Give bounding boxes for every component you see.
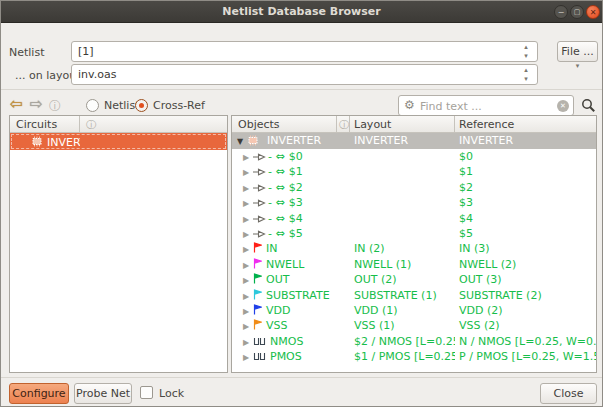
circuit-row-inverter[interactable]: INVERTER [10, 133, 227, 150]
minimize-button[interactable]: − [554, 5, 568, 19]
info-column-icon[interactable]: ⓘ [337, 116, 350, 132]
layout-cell [350, 211, 455, 226]
expand-icon[interactable]: ▶ [243, 196, 253, 210]
pin-link-icon: - ⇔ [268, 181, 285, 194]
expand-icon[interactable]: ▶ [243, 150, 253, 164]
tree-row-net[interactable]: ▶OUT OUT (2) OUT (3) [232, 272, 596, 287]
search-box[interactable]: ⚙ ✕ [398, 95, 574, 116]
tree-row-pin[interactable]: ▶- ⇔$2 $2 [232, 180, 596, 195]
reference-cell: P / PMOS [L=0.25, W=1.5] [455, 349, 596, 364]
file-menu-label: File ... [561, 45, 593, 58]
close-button[interactable]: Close [540, 383, 597, 404]
search-clear-icon[interactable]: ✕ [557, 100, 569, 112]
netlist-combo[interactable]: [1] ▴▾ [71, 41, 538, 62]
object-name: VSS [266, 319, 288, 332]
layout-cell [350, 226, 455, 241]
expand-icon[interactable]: ▶ [243, 304, 253, 318]
tree-row-circuit[interactable]: ▼INVERTER INVERTER INVERTER [232, 133, 596, 149]
close-window-button[interactable]: ✕ [586, 5, 600, 19]
reference-cell: NWELL (2) [455, 257, 596, 272]
expand-icon[interactable]: ▶ [243, 258, 253, 272]
tree-row-pin[interactable]: ▶- ⇔$5 $5 [232, 226, 596, 241]
netlist-combo-value: [1] [78, 45, 94, 58]
search-input[interactable] [420, 100, 550, 113]
title-bar[interactable]: Netlist Database Browser − ▢ ✕ [1, 1, 602, 23]
spinner-arrows-icon[interactable]: ▴▾ [520, 66, 532, 84]
pin-icon [253, 227, 266, 241]
radio-netlist[interactable] [86, 99, 99, 112]
expand-icon[interactable]: ▶ [243, 212, 253, 226]
radio-crossref-label[interactable]: Cross-Ref [153, 99, 205, 112]
tree-row-net[interactable]: ▶NWELL NWELL (1) NWELL (2) [232, 257, 596, 272]
object-name: SUBSTRATE [266, 289, 330, 302]
net-flag-icon [253, 319, 262, 333]
lock-checkbox[interactable] [140, 386, 153, 399]
info-icon[interactable]: ⓘ [49, 98, 61, 114]
expand-icon[interactable]: ▼ [237, 134, 247, 149]
dropdown-arrow-icon: ▾ [576, 62, 580, 70]
mos-device-icon [253, 335, 266, 349]
pin-link-icon: - ⇔ [268, 196, 285, 209]
reference-cell: IN (3) [455, 241, 596, 256]
back-arrow-icon[interactable]: ⇦ [10, 96, 23, 112]
radio-crossref[interactable] [135, 99, 148, 112]
net-flag-icon [253, 258, 262, 272]
object-name: NMOS [270, 335, 303, 348]
expand-icon[interactable]: ▶ [243, 335, 253, 349]
object-name: IN [266, 242, 277, 255]
file-menu-button[interactable]: File ... ▾ [557, 41, 598, 62]
layout-combo[interactable]: inv.oas ▴▾ [71, 64, 538, 85]
reference-cell: OUT (3) [455, 272, 596, 287]
expand-icon[interactable]: ▶ [243, 350, 253, 364]
layout-cell [350, 164, 455, 179]
search-options-gear-icon[interactable]: ⚙ [404, 98, 415, 112]
forward-arrow-icon[interactable]: ⇨ [30, 96, 43, 112]
reference-cell: $2 [455, 180, 596, 195]
maximize-button[interactable]: ▢ [570, 5, 584, 19]
circuits-panel: Circuits ⓘ INVERTER [9, 115, 228, 373]
reference-cell: N / NMOS [L=0.25, W=0.9] [455, 334, 596, 349]
expand-icon[interactable]: ▶ [243, 242, 253, 256]
info-column-icon[interactable]: ⓘ [80, 116, 227, 132]
circuit-chip-icon [31, 137, 43, 150]
expand-icon[interactable]: ▶ [243, 289, 253, 303]
tree-row-pin[interactable]: ▶- ⇔$0 $0 [232, 149, 596, 164]
layout-cell: OUT (2) [350, 272, 455, 287]
expand-icon[interactable]: ▶ [243, 273, 253, 287]
tree-row-net[interactable]: ▶VSS VSS (1) VSS (2) [232, 318, 596, 333]
expand-icon[interactable]: ▶ [243, 319, 253, 333]
net-flag-icon [253, 273, 262, 287]
layout-cell [350, 195, 455, 210]
tree-row-device[interactable]: ▶NMOS $2 / NMOS [L=0.25, W=0.9] N / NMOS… [232, 334, 596, 349]
expand-icon[interactable]: ▶ [243, 181, 253, 195]
tree-row-net[interactable]: ▶VDD VDD (1) VDD (2) [232, 303, 596, 318]
reference-column-header[interactable]: Reference [455, 116, 596, 132]
reference-cell: INVERTER [455, 133, 596, 149]
objects-column-header[interactable]: Objects [232, 116, 337, 132]
tree-row-net[interactable]: ▶SUBSTRATE SUBSTRATE (1) SUBSTRATE (2) [232, 288, 596, 303]
pin-icon [253, 212, 266, 226]
layout-cell: $1 / PMOS [L=0.25, W=1.5] [350, 349, 455, 364]
probe-net-button[interactable]: Probe Net [74, 383, 132, 404]
configure-button[interactable]: Configure [9, 383, 69, 404]
layout-cell [350, 180, 455, 195]
tree-row-pin[interactable]: ▶- ⇔$4 $4 [232, 211, 596, 226]
circuits-column-header[interactable]: Circuits [10, 116, 80, 132]
tree-row-net[interactable]: ▶IN IN (2) IN (3) [232, 241, 596, 256]
search-magnifier-icon[interactable] [581, 98, 596, 116]
tree-row-device[interactable]: ▶PMOS $1 / PMOS [L=0.25, W=1.5] P / PMOS… [232, 349, 596, 364]
layout-column-header[interactable]: Layout [350, 116, 455, 132]
layout-combo-value: inv.oas [78, 68, 116, 81]
tree-row-pin[interactable]: ▶- ⇔$1 $1 [232, 164, 596, 179]
objects-header: Objects ⓘ Layout Reference [232, 116, 596, 133]
pin-icon [253, 181, 266, 195]
window-title: Netlist Database Browser [1, 5, 602, 18]
mos-device-icon [253, 350, 266, 364]
expand-icon[interactable]: ▶ [243, 227, 253, 241]
object-name: PMOS [270, 350, 302, 363]
lock-checkbox-label[interactable]: Lock [159, 387, 184, 400]
net-flag-icon [253, 242, 262, 256]
spinner-arrows-icon[interactable]: ▴▾ [520, 43, 532, 61]
tree-row-pin[interactable]: ▶- ⇔$3 $3 [232, 195, 596, 210]
expand-icon[interactable]: ▶ [243, 165, 253, 179]
